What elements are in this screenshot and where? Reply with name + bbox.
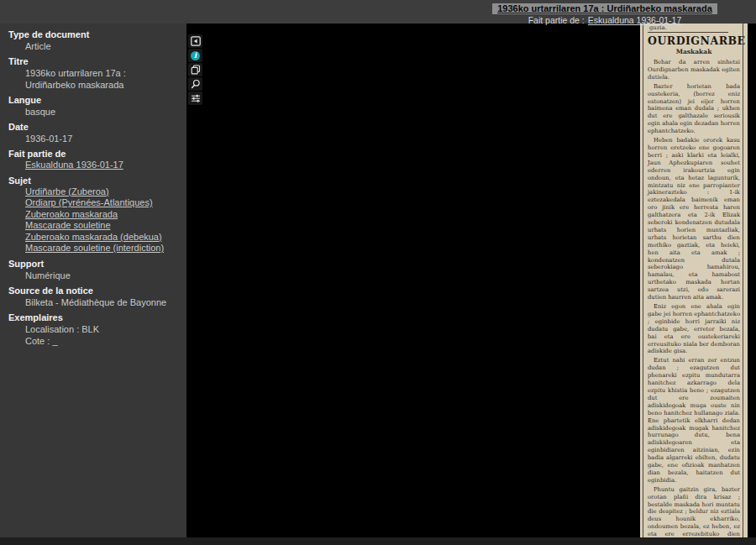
article-paragraph: Heben badakie ororek kasu horren eretzek… xyxy=(648,137,740,301)
field-support: Support Numérique xyxy=(8,258,178,281)
sujet-link[interactable]: Urdiñarbe (Zuberoa) xyxy=(8,186,178,198)
field-date: Date 1936-01-17 xyxy=(8,121,178,144)
info-icon: i xyxy=(191,51,200,60)
field-label: Source de la notice xyxy=(8,285,178,296)
fait-partie-de-link[interactable]: Eskualduna 1936-01-17 xyxy=(8,160,178,171)
headline-rule xyxy=(648,32,728,33)
field-value: basque xyxy=(8,106,178,118)
bottom-strip xyxy=(0,537,756,545)
sujet-link[interactable]: Zuberoako maskarada xyxy=(8,209,178,221)
sujet-link[interactable]: Mascarade souletine (interdiction) xyxy=(8,243,178,254)
field-label: Support xyxy=(8,258,178,270)
column-rule-right xyxy=(743,24,743,542)
field-fait-partie-de: Fait partie de Eskualduna 1936-01-17 xyxy=(8,148,178,171)
field-sujet: Sujet Urdiñarbe (Zuberoa) Ordiarp (Pyrén… xyxy=(8,175,178,254)
sujet-link[interactable]: Mascarade souletine xyxy=(8,220,178,232)
top-bar: 1936ko urtarrilaren 17a : Urdiñarbeko ma… xyxy=(0,0,756,24)
column-rule-left xyxy=(643,24,643,542)
field-exemplaires: Exemplaires Localisation : BLK Cote : _ xyxy=(8,312,178,347)
info-button[interactable]: i xyxy=(188,49,202,62)
collapse-panel-button[interactable] xyxy=(188,34,202,48)
field-value: 1936-01-17 xyxy=(8,133,178,144)
article-paragraph: Eztut nahi erran zer entzun dudan ; ezag… xyxy=(648,357,740,484)
field-label: Exemplaires xyxy=(8,312,178,323)
field-label: Sujet xyxy=(8,175,178,186)
newspaper-scan[interactable]: guzia. OURDIGNARBE Maskakak Behar da arr… xyxy=(640,24,748,542)
article-headline: OURDIGNARBE xyxy=(648,35,740,46)
fait-partie-link[interactable]: Eskualduna 1936-01-17 xyxy=(588,15,682,25)
field-label: Type de document xyxy=(8,29,178,40)
fait-partie-label: Fait partie de : xyxy=(528,15,585,25)
article-paragraph: Bazter horietan bada oustekeria, (borrez… xyxy=(648,83,740,135)
article-body: Behar da arren sinhetsi Ourdignarben mas… xyxy=(648,59,740,542)
field-label: Fait partie de xyxy=(8,148,178,160)
field-type-de-document: Type de document Article xyxy=(8,29,178,52)
metadata-sidebar: Type de document Article Titre 1936ko ur… xyxy=(0,24,186,537)
sujet-link[interactable]: Zuberoako maskarada (debekua) xyxy=(8,232,178,244)
article-subhead: Maskakak xyxy=(648,48,740,55)
record-header: 1936ko urtarrilaren 17a : Urdiñarbeko ma… xyxy=(437,0,756,26)
field-label: Titre xyxy=(8,55,178,67)
document-viewer: i xyxy=(186,24,756,537)
zoom-button[interactable] xyxy=(188,77,202,91)
article-paragraph: Eniz egon ene ahala egin gabe jei horren… xyxy=(648,303,740,355)
field-value: Article xyxy=(8,40,178,52)
article-paragraph: Phuntu gaitzin gira, bazter orotan plañi… xyxy=(648,486,740,542)
sujet-link[interactable]: Ordiarp (Pyrénées-Atlantiques) xyxy=(8,197,178,209)
field-value: Numérique xyxy=(8,270,178,281)
adjust-button[interactable] xyxy=(188,92,202,105)
field-langue: Langue basque xyxy=(8,94,178,118)
field-label: Langue xyxy=(8,94,178,106)
sliders-icon xyxy=(191,93,201,103)
pages-icon xyxy=(191,65,201,75)
field-titre: Titre 1936ko urtarrilaren 17a : Urdiñarb… xyxy=(8,55,178,91)
viewer-toolbar: i xyxy=(188,34,203,106)
field-value: Bilketa - Médiathèque de Bayonne xyxy=(8,296,178,308)
collapse-left-icon xyxy=(191,36,201,46)
page-title: 1936ko urtarrilaren 17a : Urdiñarbeko ma… xyxy=(492,3,717,14)
article-paragraph: Behar da arren sinhetsi Ourdignarben mas… xyxy=(648,59,740,81)
copy-pages-button[interactable] xyxy=(188,63,202,76)
field-value: 1936ko urtarrilaren 17a : Urdiñarbeko ma… xyxy=(8,67,172,91)
magnifier-icon xyxy=(191,79,201,89)
field-value: Localisation : BLK xyxy=(8,323,178,335)
field-label: Date xyxy=(8,121,178,133)
field-value: Cote : _ xyxy=(8,335,178,347)
field-source-de-la-notice: Source de la notice Bilketa - Médiathèqu… xyxy=(8,285,178,308)
